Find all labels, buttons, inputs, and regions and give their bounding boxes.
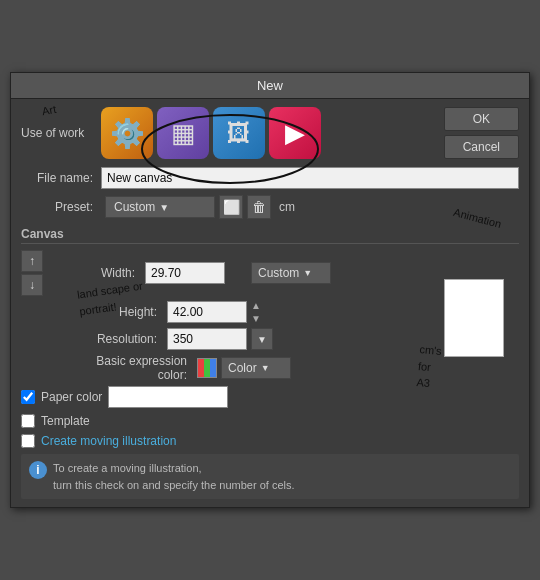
preset-icon-btn-2[interactable]: 🗑 (247, 195, 271, 219)
height-down-btn[interactable]: ▼ (251, 313, 269, 324)
moving-checkbox[interactable] (21, 434, 35, 448)
width-label: Width: (51, 266, 141, 280)
moving-label: Create moving illustration (41, 434, 176, 448)
resolution-row: Resolution: ▼ (21, 328, 429, 350)
rotate-up-btn[interactable]: ↑ (21, 250, 43, 272)
custom-arrow: ▼ (303, 268, 312, 278)
preset-select[interactable]: Custom ▼ (105, 196, 215, 218)
color-label: Basic expression color: (73, 354, 193, 382)
paper-color-picker[interactable] (108, 386, 228, 408)
preset-arrow: ▼ (159, 202, 169, 213)
new-dialog: New Use of work ⚙️ ▦ 🖼 ▶ (10, 72, 530, 508)
info-icon: i (29, 461, 47, 479)
dialog-title: New (11, 73, 529, 99)
ok-cancel-col: OK Cancel (444, 107, 519, 159)
moving-row: Create moving illustration (21, 434, 519, 448)
illustration-icon[interactable]: ⚙️ (101, 107, 153, 159)
color-arrow: ▼ (261, 363, 270, 373)
file-name-row: File name: (21, 167, 519, 189)
template-label: Template (41, 414, 90, 428)
swatch-blue (210, 359, 216, 377)
color-select[interactable]: Color ▼ (221, 357, 291, 379)
paper-color-checkbox[interactable] (21, 390, 35, 404)
width-row: ↑ ↓ Width: Custom ▼ (21, 250, 429, 296)
height-up-btn[interactable]: ▲ (251, 300, 269, 311)
unit-label: cm (279, 200, 295, 214)
canvas-left: ↑ ↓ Width: Custom ▼ He (21, 250, 429, 386)
resolution-input[interactable] (167, 328, 247, 350)
cancel-button[interactable]: Cancel (444, 135, 519, 159)
resolution-dropdown-btn[interactable]: ▼ (251, 328, 273, 350)
preset-label: Preset: (21, 200, 101, 214)
paper-color-row: Paper color (21, 386, 519, 408)
height-row: Height: ▲ ▼ (21, 300, 429, 324)
custom-select[interactable]: Custom ▼ (251, 262, 331, 284)
color-swatch (197, 358, 217, 378)
use-of-work-label: Use of work (21, 126, 101, 140)
ok-button[interactable]: OK (444, 107, 519, 131)
file-name-input[interactable] (101, 167, 519, 189)
file-name-label: File name: (21, 171, 101, 185)
height-label: Height: (73, 305, 163, 319)
paper-preview (444, 279, 504, 357)
info-text: To create a moving illustration, turn th… (53, 460, 295, 493)
canvas-right (429, 250, 519, 386)
photo-icon[interactable]: 🖼 (213, 107, 265, 159)
canvas-section-title: Canvas (21, 227, 519, 244)
resolution-label: Resolution: (73, 332, 163, 346)
rotate-down-btn[interactable]: ↓ (21, 274, 43, 296)
animation-icon[interactable]: ▶ (269, 107, 321, 159)
width-input[interactable] (145, 262, 225, 284)
paper-color-label: Paper color (41, 390, 102, 404)
work-icons-row: ⚙️ ▦ 🖼 ▶ (101, 107, 436, 159)
height-input[interactable] (167, 301, 247, 323)
canvas-inner: ↑ ↓ Width: Custom ▼ He (21, 250, 519, 386)
info-box: i To create a moving illustration, turn … (21, 454, 519, 499)
preset-row: Preset: Custom ▼ ⬜ 🗑 cm (21, 195, 519, 219)
template-checkbox[interactable] (21, 414, 35, 428)
template-row: Template (21, 414, 519, 428)
comic-icon[interactable]: ▦ (157, 107, 209, 159)
preset-icon-btn-1[interactable]: ⬜ (219, 195, 243, 219)
color-row: Basic expression color: Color ▼ (21, 354, 429, 382)
